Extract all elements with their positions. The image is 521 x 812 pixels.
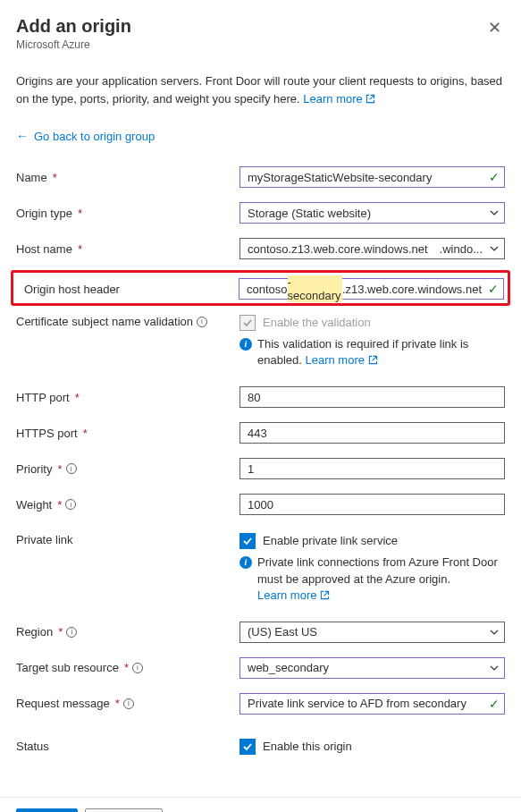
status-checkbox[interactable] [239, 739, 256, 755]
region-select[interactable]: (US) East US [239, 622, 505, 643]
request-msg-input[interactable] [239, 693, 505, 715]
required-icon: * [83, 427, 88, 440]
weight-label: Weight [16, 498, 52, 512]
target-select[interactable]: web_secondary [239, 657, 505, 679]
back-link[interactable]: ← Go back to origin group [16, 129, 505, 143]
info-icon[interactable]: i [65, 499, 76, 510]
origin-type-select[interactable]: Storage (Static website) [239, 202, 505, 224]
close-icon[interactable]: ✕ [484, 16, 505, 39]
info-icon[interactable]: i [123, 698, 134, 709]
private-link-cb-label: Enable private link service [263, 533, 398, 549]
required-icon: * [115, 697, 120, 710]
status-label: Status [16, 740, 49, 753]
info-badge-icon: i [239, 338, 252, 351]
description-body: Origins are your application servers. Fr… [16, 74, 502, 106]
required-icon: * [58, 625, 63, 639]
required-icon: * [57, 462, 62, 476]
https-port-input[interactable] [239, 422, 505, 444]
cancel-button[interactable]: Cancel [85, 808, 162, 812]
host-header-input[interactable]: contoso-secondary.z13.web.core.windows.n… [239, 278, 504, 300]
learn-more-link[interactable]: Learn more [303, 92, 375, 106]
cert-msg: This validation is required if private l… [257, 336, 505, 368]
host-header-suffix: .z13.web.core.windows.net [342, 283, 482, 296]
region-value: (US) East US [248, 625, 317, 639]
back-link-label: Go back to origin group [34, 130, 155, 143]
target-label: Target sub resource [16, 661, 119, 674]
cert-cb-label: Enable the validation [263, 315, 371, 331]
status-cb-label: Enable this origin [263, 739, 352, 755]
host-header-prefix: contoso [247, 283, 288, 296]
learn-more-link[interactable]: Learn more [306, 353, 378, 367]
host-header-highlight: -secondary [288, 275, 342, 302]
check-icon: ✓ [489, 170, 500, 184]
name-input[interactable] [239, 166, 505, 188]
name-label: Name [16, 171, 47, 184]
panel-title: Add an origin [16, 16, 131, 37]
required-icon: * [78, 242, 82, 256]
check-icon: ✓ [488, 282, 499, 296]
http-port-label: HTTP port [16, 391, 70, 404]
https-port-label: HTTPS port [16, 427, 78, 440]
host-name-select[interactable]: contoso.z13.web.core.windows.net .windo.… [239, 238, 505, 259]
add-button[interactable]: Add [16, 808, 78, 812]
required-icon: * [75, 391, 80, 404]
external-link-icon [320, 590, 330, 600]
required-icon: * [124, 661, 129, 674]
host-name-label: Host name [16, 242, 72, 256]
private-link-checkbox[interactable] [239, 533, 256, 549]
weight-input[interactable] [239, 494, 505, 515]
region-label: Region [16, 625, 53, 639]
required-icon: * [57, 498, 62, 512]
target-value: web_secondary [248, 661, 329, 674]
check-icon: ✓ [489, 697, 500, 711]
priority-label: Priority [16, 462, 52, 476]
host-header-label: Origin host header [24, 283, 120, 296]
panel-subtitle: Microsoft Azure [16, 38, 131, 51]
info-icon[interactable]: i [132, 663, 143, 673]
priority-input[interactable] [239, 458, 505, 479]
external-link-icon [368, 355, 378, 365]
request-msg-label: Request message [16, 697, 110, 710]
cert-label: Certificate subject name validation [16, 315, 193, 328]
origin-type-value: Storage (Static website) [248, 207, 371, 220]
http-port-input[interactable] [239, 386, 505, 408]
info-badge-icon: i [239, 556, 252, 569]
highlight-box: Origin host header contoso-secondary.z13… [11, 270, 510, 306]
learn-more-link[interactable]: Learn more [257, 588, 330, 602]
private-link-msg: Private link connections from Azure Fron… [257, 554, 505, 604]
host-name-value: contoso.z13.web.core.windows.net [248, 242, 436, 256]
info-icon[interactable]: i [66, 463, 77, 474]
private-link-label: Private link [16, 533, 73, 546]
origin-type-label: Origin type [16, 207, 72, 220]
info-icon[interactable]: i [197, 317, 207, 327]
host-name-suffix: .windo... [440, 242, 483, 256]
cert-checkbox [239, 315, 256, 331]
description-text: Origins are your application servers. Fr… [16, 72, 505, 107]
required-icon: * [78, 207, 82, 220]
required-icon: * [53, 171, 57, 184]
arrow-left-icon: ← [16, 129, 29, 143]
info-icon[interactable]: i [66, 627, 77, 638]
external-link-icon [366, 94, 375, 104]
